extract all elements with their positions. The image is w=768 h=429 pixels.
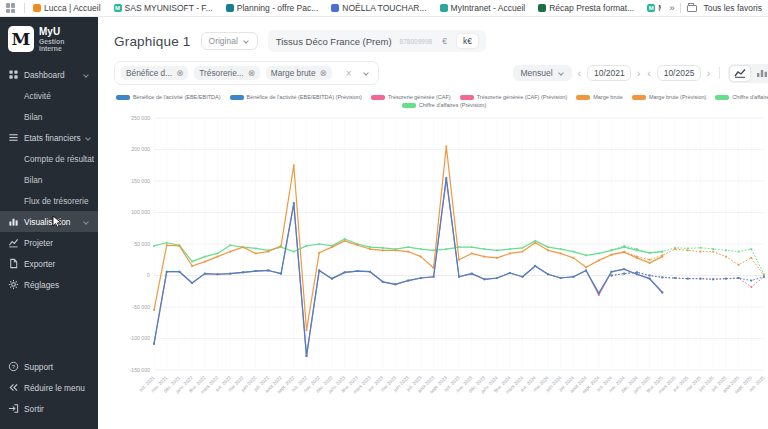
bookmark-favicon-icon bbox=[440, 4, 448, 12]
svg-text:?: ? bbox=[12, 364, 16, 370]
sidebar-item-bilan[interactable]: Bilan bbox=[0, 169, 98, 190]
legend-label: Bénéfice de l'activité (EBE/EBITDA) bbox=[133, 94, 221, 100]
legend-swatch bbox=[402, 103, 416, 108]
sidebar-item-visualisation[interactable]: Visualisation bbox=[0, 211, 98, 232]
date-to-input[interactable]: 10/2025 bbox=[657, 65, 701, 81]
legend-item[interactable]: Marge brute (Prévision) bbox=[632, 94, 706, 100]
page-title: Graphique 1 bbox=[114, 34, 191, 49]
currency-euro-toggle[interactable]: € bbox=[440, 36, 449, 46]
exit-icon bbox=[8, 403, 19, 414]
logo-title: MyU bbox=[39, 27, 73, 38]
date-from-input[interactable]: 10/2021 bbox=[587, 65, 631, 81]
sidebar-item-label: Activité bbox=[24, 91, 90, 101]
view-select-value: Original bbox=[209, 36, 238, 46]
legend-swatch bbox=[632, 95, 646, 100]
main-content: Graphique 1 Original Tissus Déco France … bbox=[98, 17, 768, 429]
sidebar-item-support[interactable]: ?Support bbox=[0, 356, 98, 377]
sidebar-item-label: Réduire le menu bbox=[24, 383, 90, 393]
legend-item[interactable]: Chiffre d'affaires bbox=[715, 94, 768, 100]
sidebar-item-bilan[interactable]: Bilan bbox=[0, 106, 98, 127]
bookmarks-overflow-chevron[interactable]: » bbox=[669, 3, 674, 13]
date-from-next-button[interactable]: › bbox=[636, 68, 641, 79]
sidebar-item-activit-[interactable]: Activité bbox=[0, 85, 98, 106]
date-from-prev-button[interactable]: ‹ bbox=[577, 68, 582, 79]
sidebar-item-projeter[interactable]: Projeter bbox=[0, 232, 98, 253]
chevron-down-icon[interactable] bbox=[363, 70, 369, 76]
bookmark-favicon-icon bbox=[33, 4, 41, 12]
legend-swatch bbox=[460, 95, 474, 100]
date-to-next-button[interactable]: › bbox=[706, 68, 711, 79]
sidebar-item-sortir[interactable]: Sortir bbox=[0, 398, 98, 419]
svg-text:250 000: 250 000 bbox=[131, 115, 150, 121]
bookmark-item[interactable]: MMyUnisoft Prod bbox=[647, 3, 661, 13]
bookmark-favicon-icon: M bbox=[114, 4, 122, 12]
sidebar-item-compte-de-r-sultat[interactable]: Compte de résultat bbox=[0, 148, 98, 169]
clear-filters-button[interactable]: × bbox=[346, 68, 352, 79]
legend-item[interactable]: Bénéfice de l'activité (EBE/EBITDA) bbox=[116, 94, 221, 100]
all-favorites-button[interactable]: Tous les favoris bbox=[703, 3, 762, 13]
line-chart-type-button[interactable] bbox=[730, 66, 750, 81]
legend-item[interactable]: Chiffre d'affaires (Prévision) bbox=[402, 102, 487, 108]
svg-text:-50 000: -50 000 bbox=[132, 304, 150, 310]
sidebar-item-label: Bilan bbox=[24, 112, 90, 122]
legend-swatch bbox=[576, 95, 590, 100]
legend-swatch bbox=[230, 95, 244, 100]
legend-item[interactable]: Bénéfice de l'activité (EBE/EBITDA) (Pré… bbox=[230, 94, 362, 100]
bookmark-item[interactable]: MyIntranet - Accueil bbox=[440, 3, 526, 13]
bookmark-label: MyUnisoft Prod bbox=[658, 3, 661, 13]
sidebar-item-dashboard[interactable]: Dashboard bbox=[0, 64, 98, 85]
svg-text:200 000: 200 000 bbox=[131, 146, 150, 152]
sidebar-item-label: Compte de résultat bbox=[24, 154, 94, 164]
sidebar-nav: DashboardActivitéBilanEtats financiersCo… bbox=[0, 64, 98, 295]
bookmark-label: SAS MYUNISOFT - F... bbox=[125, 3, 213, 13]
chip-close-icon[interactable]: ⊗ bbox=[320, 69, 327, 78]
view-select[interactable]: Original bbox=[201, 32, 258, 50]
sidebar-item-flux-de-tr-sorerie[interactable]: Flux de trésorerie bbox=[0, 190, 98, 211]
sidebar-item-label: Flux de trésorerie bbox=[24, 196, 90, 206]
sidebar-item-r-glages[interactable]: Réglages bbox=[0, 274, 98, 295]
sidebar: M MyU Gestion Interne DashboardActivitéB… bbox=[0, 17, 98, 429]
period-value: Mensuel bbox=[520, 68, 552, 78]
period-select[interactable]: Mensuel bbox=[513, 65, 571, 81]
bookmarks-list: Lucca | AccueilMSAS MYUNISOFT - F...Plan… bbox=[33, 3, 661, 13]
sidebar-item-exporter[interactable]: Exporter bbox=[0, 253, 98, 274]
chevron-down-icon bbox=[85, 135, 91, 141]
currency-kiloeuro-toggle[interactable]: k€ bbox=[457, 34, 478, 48]
bar-chart-type-button[interactable] bbox=[752, 66, 768, 81]
bookmark-label: MyIntranet - Accueil bbox=[451, 3, 526, 13]
legend-item[interactable]: Trésorerie générée (CAF) (Prévision) bbox=[460, 94, 568, 100]
bookmark-favicon-icon: M bbox=[647, 4, 655, 12]
chart-svg: -150 000-100 000-50 000050 000100 000150… bbox=[114, 110, 768, 416]
bar-chart-icon bbox=[756, 68, 768, 78]
bookmark-item[interactable]: Lucca | Accueil bbox=[33, 3, 101, 13]
date-to-prev-button[interactable]: ‹ bbox=[646, 68, 651, 79]
sidebar-footer: ?SupportRéduire le menuSortir bbox=[0, 356, 98, 429]
sidebar-item-etats-financiers[interactable]: Etats financiers bbox=[0, 127, 98, 148]
bookmark-favicon-icon bbox=[538, 4, 546, 12]
legend-label: Chiffre d'affaires bbox=[732, 94, 768, 100]
bookmark-item[interactable]: NOËLLA TOUCHAR... bbox=[331, 3, 426, 13]
export-icon bbox=[8, 258, 19, 269]
sidebar-item-label: Bilan bbox=[24, 175, 90, 185]
apps-grid-icon[interactable] bbox=[6, 3, 16, 13]
chip-close-icon[interactable]: ⊗ bbox=[176, 69, 183, 78]
filter-chip[interactable]: Trésorerie...⊗ bbox=[194, 66, 260, 80]
bookmark-item[interactable]: MSAS MYUNISOFT - F... bbox=[114, 3, 213, 13]
svg-text:-150 000: -150 000 bbox=[130, 367, 151, 373]
company-name: Tissus Déco France (Prem) bbox=[276, 36, 392, 47]
bookmark-item[interactable]: Planning - offre Pac... bbox=[226, 3, 319, 13]
legend-swatch bbox=[371, 95, 385, 100]
filter-chip-label: Marge brute bbox=[271, 68, 316, 78]
bookmark-favicon-icon bbox=[331, 4, 339, 12]
filter-chip[interactable]: Bénéfice d...⊗ bbox=[121, 66, 188, 80]
filter-chip-label: Bénéfice d... bbox=[126, 68, 172, 78]
filter-chip[interactable]: Marge brute⊗ bbox=[266, 66, 332, 80]
legend-item[interactable]: Marge brute bbox=[576, 94, 623, 100]
chevron-down-icon bbox=[243, 38, 249, 44]
chip-close-icon[interactable]: ⊗ bbox=[248, 69, 255, 78]
bookmark-item[interactable]: Récap Presta format... bbox=[538, 3, 634, 13]
logo-subtitle: Gestion Interne bbox=[39, 38, 73, 52]
sidebar-item-r-duire-le-menu[interactable]: Réduire le menu bbox=[0, 377, 98, 398]
divider bbox=[719, 67, 720, 79]
legend-item[interactable]: Trésorerie générée (CAF) bbox=[371, 94, 451, 100]
